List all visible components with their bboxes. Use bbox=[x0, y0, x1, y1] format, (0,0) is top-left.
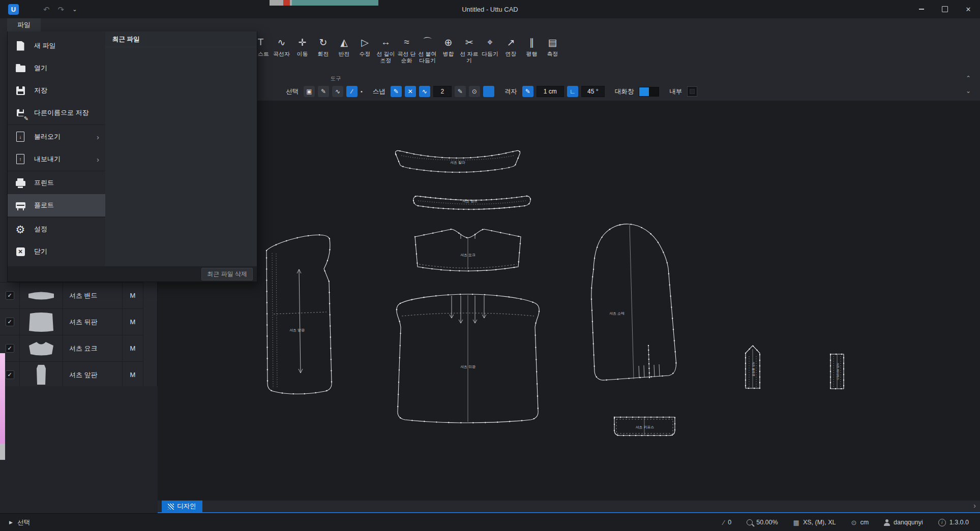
pen-icon: ✎ bbox=[321, 88, 326, 95]
tool-curve-simplify[interactable]: ≈ 곡선 단순화 bbox=[396, 32, 417, 76]
submenu-arrow-icon: › bbox=[97, 155, 99, 164]
tool-rotate[interactable]: ↻ 회전 bbox=[313, 32, 334, 76]
menu-item-import[interactable]: ↓ 불러오기 › bbox=[8, 126, 105, 148]
snap-intersection-toggle[interactable]: ✕ bbox=[405, 86, 416, 97]
band-visibility-checkbox[interactable]: ✓ bbox=[6, 291, 14, 300]
tool-merge[interactable]: ⊕ 병합 bbox=[438, 32, 459, 76]
zoom-control[interactable]: 50.00% bbox=[747, 519, 778, 526]
line-icon: ∕ bbox=[351, 88, 352, 95]
grid-size-input[interactable]: 1 cm bbox=[537, 86, 564, 97]
redo-button[interactable]: ↷ bbox=[58, 6, 65, 13]
pattern-piece-bias[interactable]: 셔츠 바이어스 bbox=[830, 354, 844, 389]
piece-name: 셔츠 요크 bbox=[63, 335, 122, 361]
tool-line-length[interactable]: ↔ 선 길이 조정 bbox=[375, 32, 396, 76]
pen-icon: ✎ bbox=[458, 88, 463, 95]
snap-center-toggle[interactable]: ⊙ bbox=[469, 86, 480, 97]
menu-item-save[interactable]: 저장 bbox=[8, 79, 105, 102]
pattern-piece-collar[interactable]: 셔츠 칼라 bbox=[395, 150, 520, 173]
select-curve-toggle[interactable]: ∿ bbox=[332, 86, 343, 97]
snap-pen-toggle[interactable]: ✎ bbox=[391, 86, 402, 97]
maximize-button[interactable] bbox=[933, 0, 957, 18]
delete-recent-files-button[interactable]: 최근 파일 삭제 bbox=[201, 268, 253, 280]
ribbon-collapse-button[interactable]: ⌃ bbox=[966, 75, 971, 82]
tool-extend[interactable]: ↗ 연장 bbox=[500, 32, 521, 76]
pattern-canvas[interactable]: 셔츠 칼라 셔츠 밴드 셔츠 요크 bbox=[158, 101, 980, 501]
maximize-icon bbox=[942, 6, 948, 12]
options-collapse-button[interactable]: ⌄ bbox=[966, 87, 971, 95]
menu-item-open[interactable]: 열기 bbox=[8, 57, 105, 79]
info-icon: i bbox=[938, 519, 946, 526]
menu-item-settings[interactable]: ⚙ 설정 bbox=[8, 218, 105, 240]
inner-color-swatch[interactable] bbox=[687, 86, 697, 97]
menu-item-save-as[interactable]: ✎ 다른이름으로 저장 bbox=[8, 102, 105, 124]
menu-item-new-file[interactable]: 새 파일 bbox=[8, 35, 105, 57]
menu-item-close[interactable]: ✕ 닫기 bbox=[8, 240, 105, 263]
background-window-strip bbox=[270, 0, 378, 6]
menu-item-plot[interactable]: 플로트 bbox=[8, 194, 105, 216]
table-row-front[interactable]: ✓ 셔츠 앞판 M bbox=[0, 362, 143, 388]
quick-access-caret[interactable]: ⌄ bbox=[72, 7, 77, 12]
unit-control[interactable]: ⊙ cm bbox=[851, 519, 869, 526]
point-dot-icon: • bbox=[361, 88, 363, 95]
dialog-toggle[interactable] bbox=[639, 87, 659, 97]
select-image-toggle[interactable]: ▣ bbox=[304, 86, 315, 97]
tab-design[interactable]: 디자인 bbox=[162, 501, 202, 512]
tool-modify[interactable]: ▷ 수정 bbox=[354, 32, 375, 76]
tool-mirror[interactable]: ◭ 반전 bbox=[334, 32, 354, 76]
piece-name: 셔츠 뒤판 bbox=[63, 309, 122, 335]
yoke-visibility-checkbox[interactable]: ✓ bbox=[6, 344, 14, 353]
pattern-piece-sleeve[interactable]: 셔츠 소매 bbox=[591, 224, 677, 381]
select-pen-toggle[interactable]: ✎ bbox=[318, 86, 329, 97]
curve-icon: ∿ bbox=[422, 88, 427, 95]
snap-fill-toggle[interactable] bbox=[483, 86, 494, 97]
file-menu-tab[interactable]: 파일 bbox=[7, 18, 41, 32]
merge-icon: ⊕ bbox=[444, 35, 453, 50]
close-button[interactable]: ✕ bbox=[957, 0, 980, 18]
check-icon: ✓ bbox=[7, 345, 12, 352]
curve-simplify-icon: ≈ bbox=[404, 35, 409, 50]
tool-move[interactable]: ✛ 이동 bbox=[292, 32, 313, 76]
grid-pen-toggle[interactable]: ✎ bbox=[522, 86, 533, 97]
panel-lower-area bbox=[0, 386, 158, 501]
table-row-band[interactable]: ✓ 셔츠 밴드 M bbox=[0, 283, 143, 309]
minimize-button[interactable] bbox=[910, 0, 933, 18]
tool-measure[interactable]: ▤ 측정 bbox=[542, 32, 563, 76]
piece-label: 셔츠 소매 bbox=[609, 311, 625, 315]
pattern-piece-front[interactable]: 셔츠 앞판 bbox=[266, 234, 332, 394]
statusbar: ▶ 선택 ∕ 0 50.00% ▦ XS, (M), XL ⊙ cm danq bbox=[0, 513, 980, 531]
pen-icon: ✎ bbox=[525, 88, 530, 95]
check-icon: ✓ bbox=[7, 371, 12, 378]
size-range-control[interactable]: ▦ XS, (M), XL bbox=[793, 519, 836, 526]
grid-angle-input[interactable]: 45 ° bbox=[581, 86, 605, 97]
pattern-piece-back[interactable]: 셔츠 뒤판 bbox=[396, 294, 540, 423]
tab-scroll-right-button[interactable]: › bbox=[973, 502, 976, 510]
export-icon: ↑ bbox=[14, 152, 27, 166]
pattern-piece-band[interactable]: 셔츠 밴드 bbox=[413, 196, 531, 210]
tool-trim[interactable]: ⌖ 다듬기 bbox=[480, 32, 500, 76]
open-folder-icon bbox=[14, 61, 27, 75]
tool-parallel[interactable]: ∥ 평행 bbox=[521, 32, 542, 76]
snap-freepen-toggle[interactable]: ✎ bbox=[455, 86, 466, 97]
selection-count: ∕ 0 bbox=[723, 519, 731, 526]
grid-angle-toggle[interactable]: ∟ bbox=[567, 86, 578, 97]
piece-name: 셔츠 앞판 bbox=[63, 362, 122, 388]
undo-button[interactable]: ↶ bbox=[43, 6, 50, 13]
tool-line-join-trim[interactable]: ⌒ 선 붙여 다듬기 bbox=[417, 32, 438, 76]
pattern-piece-placket[interactable]: 셔츠 플라켓 bbox=[745, 346, 760, 389]
menu-item-export[interactable]: ↑ 내보내기 › bbox=[8, 148, 105, 170]
tool-curve-ruler[interactable]: ∿ 곡선자 bbox=[271, 32, 292, 76]
tool-line-cut[interactable]: ✂ 선 자르기 bbox=[459, 32, 480, 76]
front-visibility-checkbox[interactable]: ✓ bbox=[6, 370, 14, 379]
snap-distance-input[interactable]: 2 bbox=[433, 86, 452, 97]
back-visibility-checkbox[interactable]: ✓ bbox=[6, 318, 14, 326]
username: danqqunyi bbox=[894, 519, 923, 526]
swatch-inner-square bbox=[690, 89, 695, 94]
uttu-cad-window: Untitled - Uttu CAD U ↶ ↷ ⌄ ✕ 파일 T 텍스트 ∿… bbox=[0, 0, 980, 531]
pattern-piece-cuff[interactable]: 셔츠 커프스 bbox=[614, 417, 675, 436]
snap-curve-toggle[interactable]: ∿ bbox=[419, 86, 430, 97]
select-line-toggle[interactable]: ∕ bbox=[346, 86, 358, 97]
menu-item-print[interactable]: 프린트 bbox=[8, 172, 105, 194]
table-row-yoke[interactable]: ✓ 셔츠 요크 M bbox=[0, 335, 143, 362]
table-row-back[interactable]: ✓ 셔츠 뒤판 M bbox=[0, 309, 143, 335]
pattern-piece-yoke[interactable]: 셔츠 요크 bbox=[414, 229, 521, 271]
